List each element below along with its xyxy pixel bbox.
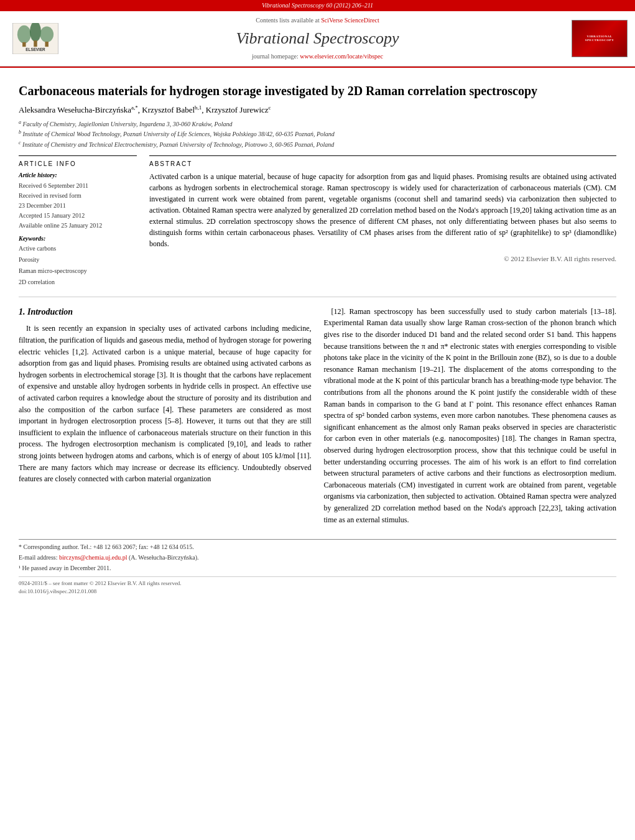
- footnote-email: E-mail address: birczyns@chemia.uj.edu.p…: [19, 553, 616, 562]
- logo-text: VIBRATIONALSPECTROSCOPY: [585, 35, 614, 43]
- article-info-col: ARTICLE INFO Article history: Received 6…: [19, 155, 137, 288]
- footnote-corresponding: * Corresponding author. Tel.: +48 12 663…: [19, 542, 616, 552]
- history-label: Article history:: [19, 171, 137, 180]
- journal-homepage: journal homepage: www.elsevier.com/locat…: [63, 52, 572, 61]
- authors-line: Aleksandra Wesełucha-Birczyńskaa,*, Krzy…: [19, 104, 616, 116]
- received-date: Received 6 September 2011: [19, 181, 137, 191]
- abstract-label: ABSTRACT: [149, 160, 616, 168]
- svg-rect-4: [22, 42, 25, 47]
- body-columns: 1. Introduction It is seen recently an e…: [19, 306, 616, 530]
- svg-point-1: [17, 25, 31, 44]
- keywords-label: Keywords:: [19, 234, 137, 243]
- footer-issn: 0924-2031/$ – see front matter © 2012 El…: [19, 579, 616, 588]
- article-info-abstract: ARTICLE INFO Article history: Received 6…: [19, 155, 616, 288]
- journal-logo-right: VIBRATIONALSPECTROSCOPY: [572, 20, 628, 57]
- body-right-col: [12]. Raman spectroscopy has been succes…: [324, 306, 617, 530]
- svg-text:ELSEVIER: ELSEVIER: [25, 48, 45, 52]
- article-history: Article history: Received 6 September 20…: [19, 171, 137, 231]
- accepted-date: Accepted 15 January 2012: [19, 211, 137, 221]
- intro-right-text: [12]. Raman spectroscopy has been succes…: [324, 306, 617, 525]
- journal-meta: ELSEVIER Contents lists available at Sci…: [0, 11, 635, 67]
- sciverse-text: Contents lists available at SciVerse Sci…: [63, 16, 572, 25]
- keyword-1: Active carbons: [19, 243, 137, 254]
- intro-heading: 1. Introduction: [19, 306, 312, 318]
- content-area: Carbonaceous materials for hydrogen stor…: [0, 68, 635, 607]
- abstract-text: Activated carbon is a unique material, b…: [149, 171, 616, 249]
- sciverse-link[interactable]: SciVerse ScienceDirect: [321, 17, 379, 24]
- received-revised: Received in revised form23 December 2011: [19, 191, 137, 211]
- article-info-label: ARTICLE INFO: [19, 160, 137, 168]
- available-date: Available online 25 January 2012: [19, 221, 137, 231]
- section-divider: [19, 297, 616, 297]
- elsevier-tree-icon: ELSEVIER: [11, 23, 60, 54]
- svg-rect-6: [45, 42, 48, 47]
- keyword-3: Raman micro-spectroscopy: [19, 265, 137, 277]
- page-footer: 0924-2031/$ – see front matter © 2012 El…: [19, 576, 616, 595]
- svg-point-3: [40, 27, 53, 42]
- svg-rect-5: [34, 40, 37, 47]
- body-left-col: 1. Introduction It is seen recently an e…: [19, 306, 312, 530]
- footnote-email-link[interactable]: birczyns@chemia.uj.edu.pl: [59, 554, 127, 561]
- journal-homepage-link[interactable]: www.elsevier.com/locate/vibspec: [300, 53, 383, 60]
- footnotes: * Corresponding author. Tel.: +48 12 663…: [19, 539, 616, 573]
- journal-top-bar: Vibrational Spectroscopy 60 (2012) 206–2…: [0, 0, 635, 11]
- keyword-4: 2D correlation: [19, 277, 137, 288]
- journal-center: Contents lists available at SciVerse Sci…: [63, 16, 572, 61]
- keywords-block: Keywords: Active carbons Porosity Raman …: [19, 234, 137, 288]
- copyright: © 2012 Elsevier B.V. All rights reserved…: [149, 254, 616, 264]
- article-title: Carbonaceous materials for hydrogen stor…: [19, 83, 616, 99]
- footnote-note1: ¹ He passed away in December 2011.: [19, 563, 616, 573]
- footer-doi: doi:10.1016/j.vibspec.2012.01.008: [19, 588, 616, 596]
- elsevier-logo: ELSEVIER: [7, 22, 63, 56]
- keywords-list: Active carbons Porosity Raman micro-spec…: [19, 243, 137, 288]
- keyword-2: Porosity: [19, 254, 137, 265]
- journal-citation: Vibrational Spectroscopy 60 (2012) 206–2…: [262, 2, 373, 9]
- journal-title: Vibrational Spectroscopy: [63, 27, 572, 50]
- affiliations: a Faculty of Chemistry, Jagiellonian Uni…: [19, 119, 616, 149]
- journal-header: Vibrational Spectroscopy 60 (2012) 206–2…: [0, 0, 635, 68]
- abstract-col: ABSTRACT Activated carbon is a unique ma…: [149, 155, 616, 288]
- intro-left-text: It is seen recently an expansion in spec…: [19, 323, 312, 484]
